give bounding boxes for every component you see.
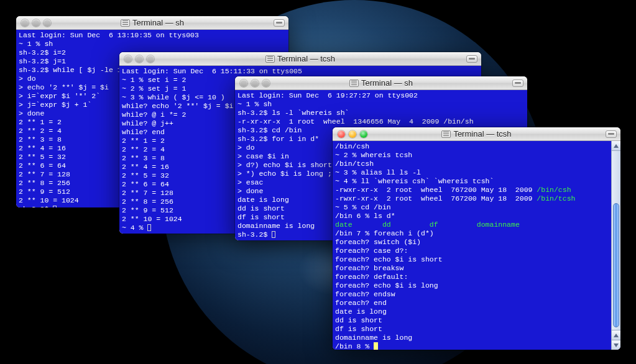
terminal-line: foreach? default:: [335, 273, 609, 281]
terminal-text: 2 ** 9 = 512: [122, 206, 173, 214]
terminal-text: 2 ** 10 = 1024: [122, 215, 182, 223]
traffic-light-buttons: [235, 80, 270, 87]
terminal-text: date is long: [237, 196, 289, 204]
terminal-line: foreach? echo $i is short: [335, 255, 609, 264]
window-title-text: Terminal — sh: [132, 18, 184, 27]
terminal-line: ~ 5 % cd /bin: [335, 203, 609, 212]
terminal-line: /bin 8 %: [335, 342, 609, 350]
terminal-text: sh-3.2$ ls -l `whereis sh`: [237, 109, 349, 117]
scroll-down-arrow[interactable]: [612, 340, 620, 350]
terminal-line: -rwxr-xr-x 2 root wheel 767200 May 18 20…: [335, 194, 609, 203]
window-title-text: Terminal — tcsh: [277, 54, 335, 63]
terminal-line: ~ 1 % sh: [237, 100, 525, 109]
zoom-button[interactable]: [360, 130, 367, 138]
terminal-text: sh-3.2$: [237, 230, 272, 239]
terminal-text: sh-3.2$: [19, 205, 53, 207]
terminal-text: ~ 1 % set i = 2: [122, 76, 187, 84]
terminal-line: dd is short: [335, 316, 609, 325]
window-titlebar[interactable]: Terminal — sh: [235, 76, 527, 90]
scrollbar-thumb[interactable]: [613, 203, 619, 327]
terminal-text: /bin/csh: [335, 142, 369, 150]
terminal-text-segment: [353, 221, 382, 229]
terminal-cursor: [147, 224, 151, 231]
toolbar-toggle-button[interactable]: [274, 19, 285, 27]
terminal-text-segment: [438, 221, 477, 229]
terminal-text: 2 ** 4 = 16: [122, 163, 169, 171]
scroll-up-arrow-bottom[interactable]: [612, 330, 620, 340]
terminal-text: 2 ** 7 = 128: [122, 189, 173, 197]
terminal-line: ~ 1 % sh: [19, 40, 286, 48]
terminal-text: > *) echo $i is long ;;: [237, 170, 336, 178]
terminal-line: date is long: [335, 307, 609, 316]
terminal-text: 2 ** 10 = 1024: [19, 196, 79, 204]
terminal-text: > case $i in: [237, 152, 289, 160]
zoom-button[interactable]: [262, 80, 270, 87]
terminal-text: > done: [237, 187, 263, 195]
minimize-button[interactable]: [32, 19, 40, 27]
terminal-content[interactable]: /bin/csh~ 2 % whereis tcsh/bin/tcsh~ 3 %…: [333, 141, 611, 350]
terminal-text: /bin/tcsh: [335, 160, 374, 168]
terminal-line: foreach? breaksw: [335, 264, 609, 273]
window-titlebar[interactable]: Terminal — tcsh: [333, 127, 620, 141]
terminal-line: domainname is long: [335, 334, 609, 342]
terminal-text-segment: dd: [382, 221, 391, 229]
terminal-text: dd is short: [335, 316, 382, 324]
terminal-line: foreach? endsw: [335, 290, 609, 299]
terminal-text: > d?) echo $i is short ;;: [237, 161, 345, 169]
minimize-button[interactable]: [349, 130, 356, 138]
terminal-text: 2 ** 4 = 16: [19, 144, 66, 152]
proxy-icon: [265, 55, 275, 63]
terminal-line: /bin/csh: [335, 142, 609, 151]
terminal-line: /bin 7 % foreach i (d*): [335, 229, 609, 238]
close-button[interactable]: [338, 130, 345, 138]
terminal-text: > do: [237, 143, 255, 152]
terminal-line: ~ 2 % whereis tcsh: [335, 151, 609, 160]
terminal-line: Last login: Sun Dec 6 15:11:33 on ttys00…: [122, 67, 479, 76]
toolbar-toggle-button[interactable]: [606, 130, 617, 138]
terminal-text: foreach? case d?:: [335, 247, 408, 255]
close-button[interactable]: [240, 80, 247, 87]
zoom-button[interactable]: [147, 55, 154, 63]
terminal-text: /bin 7 % foreach i (d*): [335, 229, 434, 237]
minimize-button[interactable]: [136, 55, 143, 63]
window-title: Terminal — tcsh: [333, 127, 620, 141]
terminal-text: ~ 1 % sh: [237, 100, 272, 108]
terminal-text: > i=`expr $i '*' 2`: [19, 92, 100, 100]
window-titlebar[interactable]: Terminal — tcsh: [119, 52, 481, 66]
terminal-text-segment: -rwxr-xr-x 2 root wheel 767200 May 18 20…: [335, 186, 537, 194]
minimize-button[interactable]: [251, 80, 259, 87]
window-title: Terminal — tcsh: [119, 52, 481, 66]
terminal-text: dd is short: [237, 204, 285, 212]
terminal-text: Last login: Sun Dec 6 13:10:35 on ttys00…: [19, 31, 199, 39]
toolbar-toggle-button[interactable]: [466, 55, 477, 63]
zoom-button[interactable]: [44, 19, 51, 27]
terminal-text: Last login: Sun Dec 6 19:27:27 on ttys00…: [237, 91, 418, 99]
terminal-window-4[interactable]: Terminal — tcsh/bin/csh~ 2 % whereis tcs…: [333, 127, 620, 350]
terminal-text: 2 ** 7 = 128: [19, 170, 70, 178]
terminal-text: sh-3.2$ while [ $j -le 10 ]: [19, 66, 134, 74]
terminal-cursor: [374, 342, 378, 350]
window-titlebar[interactable]: Terminal — sh: [16, 16, 288, 30]
terminal-text: 2 ** 1 = 2: [122, 137, 165, 145]
terminal-text: Last login: Sun Dec 6 15:11:33 on ttys00…: [122, 67, 302, 75]
terminal-text: 2 ** 6 = 64: [122, 180, 169, 188]
terminal-text: while? @ i *= 2: [122, 111, 187, 119]
traffic-light-buttons: [333, 130, 367, 138]
terminal-text: foreach? endsw: [335, 290, 395, 298]
terminal-line: Last login: Sun Dec 6 13:10:35 on ttys00…: [19, 31, 286, 40]
proxy-icon: [349, 80, 359, 87]
toolbar-toggle-button[interactable]: [512, 80, 523, 87]
terminal-text: foreach? switch ($i): [335, 238, 421, 246]
proxy-icon: [441, 130, 451, 138]
terminal-text: ~ 1 % sh: [19, 40, 53, 48]
scroll-up-arrow[interactable]: [612, 141, 620, 151]
terminal-line: -rwxr-xr-x 2 root wheel 767200 May 18 20…: [335, 186, 609, 194]
close-button[interactable]: [124, 55, 132, 63]
terminal-line: df is short: [335, 325, 609, 334]
terminal-line: foreach? echo $i is long: [335, 281, 609, 290]
terminal-text: ~ 5 % cd /bin: [335, 203, 391, 211]
terminal-text-segment: date: [335, 221, 353, 229]
scrollbar[interactable]: [611, 141, 620, 350]
close-button[interactable]: [21, 19, 29, 27]
terminal-text: sh-3.2$ cd /bin: [237, 126, 302, 134]
